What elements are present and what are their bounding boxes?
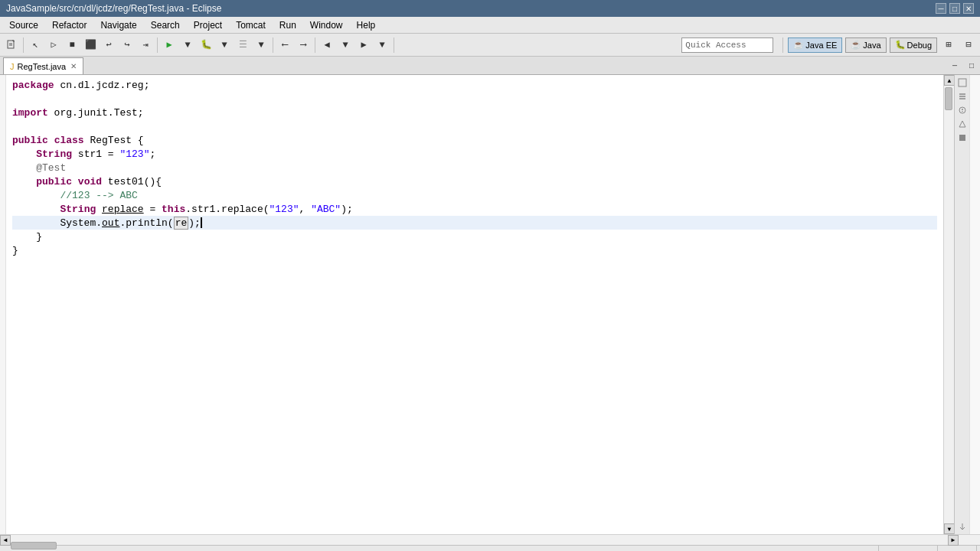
scroll-track[interactable] [944,86,954,523]
maximize-button[interactable]: □ [949,3,960,14]
code-line-10: String replace = this.str1.replace("123"… [12,202,937,216]
menu-project[interactable]: Project [188,18,228,32]
java-label: Java [863,41,880,50]
toolbar-sep-2 [157,37,158,53]
menu-help[interactable]: Help [351,18,382,32]
horizontal-scrollbar[interactable]: ◀ ▶ [0,535,959,545]
scroll-thumb[interactable] [945,87,952,110]
toolbar-prev-edit-btn[interactable]: ⟵ [276,37,293,54]
tab-minimize-btn[interactable]: ─ [946,57,963,74]
kw-public-2: public [36,176,72,187]
horizontal-scrollbar-row: ◀ ▶ [0,534,980,545]
type-string-2: String [60,204,96,215]
toolbar-run-btn[interactable]: ▶ [161,37,178,54]
scroll-right-btn[interactable]: ▶ [948,535,959,546]
editor-left-gutter [0,75,6,534]
close-button[interactable]: ✕ [963,3,974,14]
sidebar-icon-4[interactable] [956,118,969,130]
main-layout: package cn.dl.jcdz.reg; import org.junit… [0,75,980,534]
menu-window[interactable]: Window [304,18,349,32]
toolbar-run-last-btn[interactable]: ▷ [45,37,62,54]
code-line-13: } [12,243,937,257]
quick-access-input[interactable]: Quick Access [681,37,773,53]
toolbar-forward-btn[interactable]: ↪ [119,37,136,54]
menu-bar: Source Refactor Navigate Search Project … [0,17,980,34]
sidebar-icon-5[interactable] [956,132,969,144]
code-line-12: } [12,230,937,243]
tab-close-btn[interactable]: ✕ [70,62,77,70]
toolbar-stop-btn[interactable]: ■ [64,37,80,54]
scroll-down-btn[interactable]: ▼ [944,523,955,534]
var-out: out [102,217,119,229]
title-bar: JavaSample/src/cn/dl/jcdz/reg/RegTest.ja… [0,0,980,17]
toolbar-coverage-dropdown[interactable]: ▼ [253,37,270,54]
toolbar-back-hist-btn[interactable]: ◀ [318,37,335,54]
minimize-button[interactable]: ─ [936,3,946,14]
window-controls[interactable]: ─ □ ✕ [936,3,974,14]
toolbar-debug-dropdown[interactable]: ▼ [216,37,233,54]
svg-rect-10 [959,135,965,141]
menu-source[interactable]: Source [3,18,44,32]
kw-class: class [54,135,84,146]
comment-1: //123 --> ABC [60,190,137,201]
h-scroll-thumb[interactable] [11,542,57,549]
var-replace: replace [102,204,144,215]
code-line-2 [12,92,937,106]
code-line-3: import org.junit.Test; [12,106,937,119]
toolbar-debug-run-btn[interactable]: 🐛 [198,37,214,54]
sidebar-icon-3[interactable] [956,104,969,116]
view-menu-btn[interactable]: ⊟ [960,37,977,54]
perspective-java[interactable]: ☕ Java [845,37,886,53]
svg-rect-3 [959,79,966,86]
tab-icon: J [10,62,15,71]
sidebar-icon-bottom[interactable] [956,520,969,533]
code-line-1: package cn.dl.jcdz.reg; [12,78,937,92]
sidebar-icon-2[interactable] [956,90,969,103]
toolbar-skip-btn[interactable]: ⇥ [137,37,154,54]
toolbar-coverage-btn[interactable]: ☰ [234,37,251,54]
scrollbar-corner [959,535,969,545]
toolbar-sep-1 [23,37,24,53]
right-sidebar-icons [954,75,969,534]
kw-void: void [78,176,102,187]
menu-navigate[interactable]: Navigate [94,18,142,32]
status-bar: Writable Smart Insert 11 : 30 [0,545,980,551]
menu-tomcat[interactable]: Tomcat [230,18,272,32]
toolbar-debug-btn[interactable]: ⬛ [82,37,99,54]
toolbar-fwd-hist-btn[interactable]: ▶ [355,37,372,54]
toolbar-next-edit-btn[interactable]: ⟶ [295,37,312,54]
toolbar-new-btn[interactable] [3,37,20,54]
sidebar-icon-1[interactable] [956,77,969,89]
type-string-1: String [36,148,72,160]
tab-regtest-java[interactable]: J RegTest.java ✕ [3,57,83,74]
toolbar-cursor-btn[interactable]: ↖ [27,37,44,54]
annotation-test: @Test [36,162,66,174]
title-text: JavaSample/src/cn/dl/jcdz/reg/RegTest.ja… [6,3,221,14]
kw-import: import [12,107,48,119]
menu-search[interactable]: Search [145,18,186,32]
text-cursor [201,217,202,228]
code-line-8: public void test01(){ [12,174,937,188]
code-editor[interactable]: package cn.dl.jcdz.reg; import org.junit… [6,75,943,534]
tab-label: RegTest.java [18,62,67,71]
status-insert-mode: Smart Insert [879,546,938,551]
string-123-1: "123" [119,148,149,160]
menu-run[interactable]: Run [273,18,302,32]
toolbar: ↖ ▷ ■ ⬛ ↩ ↪ ⇥ ▶ ▼ 🐛 ▼ ☰ ▼ ⟵ ⟶ ◀ ▼ ▶ ▼ Qu… [0,34,980,57]
java-ee-icon: ☕ [793,40,804,50]
toolbar-back-btn[interactable]: ↩ [100,37,117,54]
toolbar-run-dropdown[interactable]: ▼ [179,37,196,54]
toolbar-back-dropdown[interactable]: ▼ [337,37,354,54]
vertical-scrollbar[interactable]: ▲ ▼ [943,75,954,534]
scroll-left-btn[interactable]: ◀ [0,535,11,546]
toolbar-fwd-dropdown[interactable]: ▼ [374,37,390,54]
perspective-debug[interactable]: 🐛 Debug [890,37,937,53]
scroll-up-btn[interactable]: ▲ [944,75,955,86]
tab-maximize-btn[interactable]: □ [963,57,980,74]
menu-refactor[interactable]: Refactor [46,18,93,32]
java-icon: ☕ [851,40,861,50]
code-line-6: String str1 = "123"; [12,147,937,161]
toolbar-sep-3 [273,37,273,53]
perspective-open-btn[interactable]: ⊞ [940,37,957,54]
perspective-java-ee[interactable]: ☕ Java EE [788,37,842,53]
